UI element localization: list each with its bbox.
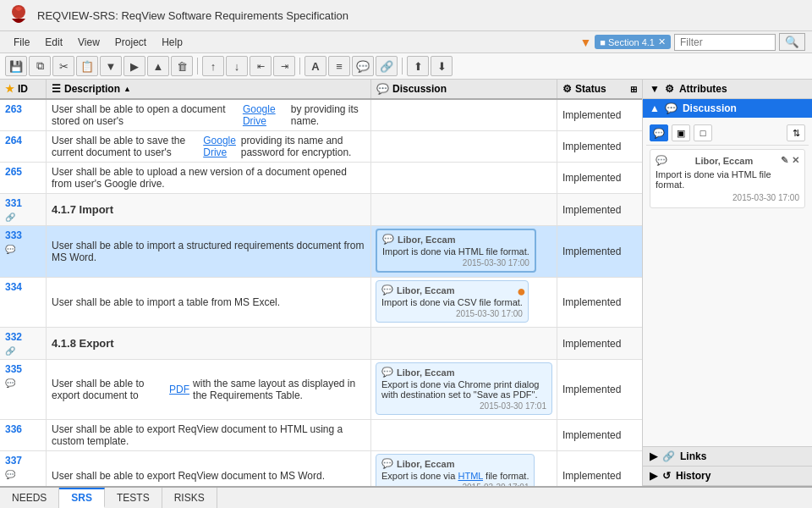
delete-comment-button[interactable]: ✕ <box>792 155 799 166</box>
menu-help[interactable]: Help <box>155 34 189 51</box>
row-264-desc: User shall be able to save the current d… <box>47 131 371 162</box>
table-row[interactable]: 337 💬 User shall be able to export ReqVi… <box>0 451 642 486</box>
upload-button[interactable]: ⬆ <box>407 56 429 76</box>
row-336-status: Implemented <box>557 420 642 450</box>
discussion-bubble-334[interactable]: 💬 Libor, Eccam Import is done via CSV fi… <box>376 280 529 323</box>
discussion-header-icon: 💬 <box>376 83 389 95</box>
table-row-section[interactable]: 332 🔗 4.1.8 Export Implemented <box>0 328 642 360</box>
menu-view[interactable]: View <box>71 34 107 51</box>
row-265-id: 265 <box>0 163 47 193</box>
history-icon: ↺ <box>662 470 671 482</box>
link-google-drive-2[interactable]: Google Drive <box>203 135 237 158</box>
comment-actions: ✎ ✕ <box>781 155 799 166</box>
row-333-status: Implemented <box>557 226 642 277</box>
disc-author-334: 💬 Libor, Eccam <box>381 284 523 295</box>
disc-text-333: Import is done via HTML file format. <box>382 246 529 257</box>
tab-needs[interactable]: NEEDS <box>0 488 59 508</box>
row-335-status: Implemented <box>557 360 642 419</box>
edit-comment-button[interactable]: ✎ <box>781 155 788 166</box>
filter-section: ▼ ■ Section 4.1 ✕ 🔍 <box>579 33 805 51</box>
toolbar-separator-3 <box>402 58 403 75</box>
save-button[interactable]: 💾 <box>5 56 27 76</box>
discussion-header[interactable]: ▲ 💬 Discussion <box>643 99 812 118</box>
table-row[interactable]: 335 💬 User shall be able to export docum… <box>0 360 642 420</box>
disc-btn-square1[interactable]: ▣ <box>672 124 690 141</box>
row-334-discussion: 💬 Libor, Eccam Import is done via CSV fi… <box>371 278 557 327</box>
indent-button[interactable]: ⇥ <box>273 56 295 76</box>
row-263-discussion <box>371 100 557 130</box>
row-263-desc: User shall be able to open a document st… <box>47 100 371 130</box>
collapse-button[interactable]: ▼ <box>100 56 122 76</box>
align-button[interactable]: ≡ <box>328 56 350 76</box>
filter-input[interactable] <box>674 34 776 51</box>
disc-btn-sort[interactable]: ⇅ <box>787 124 805 141</box>
tab-srs[interactable]: SRS <box>59 488 105 508</box>
table-row[interactable]: 265 User shall be able to upload a new v… <box>0 163 642 194</box>
tab-risks[interactable]: RISKS <box>162 488 217 508</box>
row-335-id: 335 💬 <box>0 360 47 419</box>
disc-text-334: Import is done via CSV file format. <box>381 297 523 307</box>
move-up-button[interactable]: ▲ <box>147 56 169 76</box>
filter-tag-close[interactable]: ✕ <box>658 36 666 47</box>
filter-tag[interactable]: ■ Section 4.1 ✕ <box>595 35 671 49</box>
menu-file[interactable]: File <box>7 34 36 51</box>
history-header[interactable]: ▶ ↺ History <box>643 467 812 485</box>
comment-icon: 💬 <box>656 155 667 166</box>
table-row[interactable]: 334 User shall be able to import a table… <box>0 278 642 328</box>
row-265-discussion <box>371 163 557 193</box>
outdent-button[interactable]: ⇤ <box>250 56 272 76</box>
discussion-bubble-337[interactable]: 💬 Libor, Eccam Export is done via HTML f… <box>376 454 535 486</box>
disc-icon-333: 💬 <box>382 234 394 245</box>
discussion-bubble-333[interactable]: 💬 Libor, Eccam Import is done via HTML f… <box>376 229 536 273</box>
download-button[interactable]: ⬇ <box>431 56 453 76</box>
row-331-id: 331 🔗 <box>0 194 47 225</box>
disc-icon-337: 💬 <box>381 458 393 469</box>
paste-button[interactable]: 📋 <box>76 56 98 76</box>
discussion-header-icon: 💬 <box>665 102 678 114</box>
row-333-discussion: 💬 Libor, Eccam Import is done via HTML f… <box>371 226 557 277</box>
filter-icon: ▼ <box>579 36 591 49</box>
row-331-discussion <box>371 194 557 225</box>
delete-button[interactable]: 🗑 <box>171 56 193 76</box>
search-button[interactable]: 🔍 <box>779 33 805 51</box>
attributes-header[interactable]: ▼ ⚙ Attributes <box>643 80 812 98</box>
col-header-description[interactable]: ☰ Description ▲ <box>47 80 371 98</box>
table-row[interactable]: 263 User shall be able to open a documen… <box>0 100 642 131</box>
desc-icon: ☰ <box>52 83 61 95</box>
copy-button[interactable]: ⧉ <box>29 56 51 76</box>
link-pdf[interactable]: PDF <box>169 384 189 395</box>
link-button[interactable]: 🔗 <box>376 56 398 76</box>
comment-button[interactable]: 💬 <box>352 56 374 76</box>
col-resize-handle[interactable]: ⊞ <box>630 85 637 94</box>
row-335-discussion: 💬 Libor, Eccam Export is done via Chrome… <box>371 360 557 419</box>
arrow-up-button[interactable]: ↑ <box>202 56 224 76</box>
row-333-desc: User shall be able to import a structure… <box>47 226 371 277</box>
links-header[interactable]: ▶ 🔗 Links <box>643 447 812 466</box>
arrow-down-button[interactable]: ↓ <box>226 56 248 76</box>
link-google-drive[interactable]: Google Drive <box>243 103 288 127</box>
table-row[interactable]: 333 💬 User shall be able to import a str… <box>0 226 642 278</box>
table-row-section[interactable]: 331 🔗 4.1.7 Import Implemented <box>0 194 642 226</box>
menu-project[interactable]: Project <box>108 34 153 51</box>
row-264-status: Implemented <box>557 131 642 162</box>
disc-date-334: 2015-03-30 17:00 <box>381 309 523 318</box>
discussion-bubble-335[interactable]: 💬 Libor, Eccam Export is done via Chrome… <box>376 362 552 415</box>
cut-button[interactable]: ✂ <box>52 56 74 76</box>
comment-icon-333: 💬 <box>5 245 15 254</box>
star-icon: ★ <box>5 83 14 95</box>
link-icon: 🔗 <box>5 213 15 222</box>
discussion-content: 💬 ▣ □ ⇅ 💬 Libor, Eccam ✎ ✕ <box>643 118 812 215</box>
row-331-status: Implemented <box>557 194 642 225</box>
menu-edit[interactable]: Edit <box>38 34 69 51</box>
text-format-button[interactable]: A <box>304 56 326 76</box>
disc-btn-square2[interactable]: □ <box>694 124 712 141</box>
disc-author-337: 💬 Libor, Eccam <box>381 458 529 469</box>
table-row[interactable]: 264 User shall be able to save the curre… <box>0 131 642 163</box>
play-button[interactable]: ▶ <box>123 56 145 76</box>
collapse-arrow-history: ▶ <box>650 470 657 482</box>
row-335-desc: User shall be able to export document to… <box>47 360 371 419</box>
disc-btn-comment[interactable]: 💬 <box>650 124 668 141</box>
tab-tests[interactable]: TESTS <box>105 488 162 508</box>
links-title: Links <box>680 450 706 462</box>
table-row[interactable]: 336 User shall be able to export ReqView… <box>0 420 642 451</box>
